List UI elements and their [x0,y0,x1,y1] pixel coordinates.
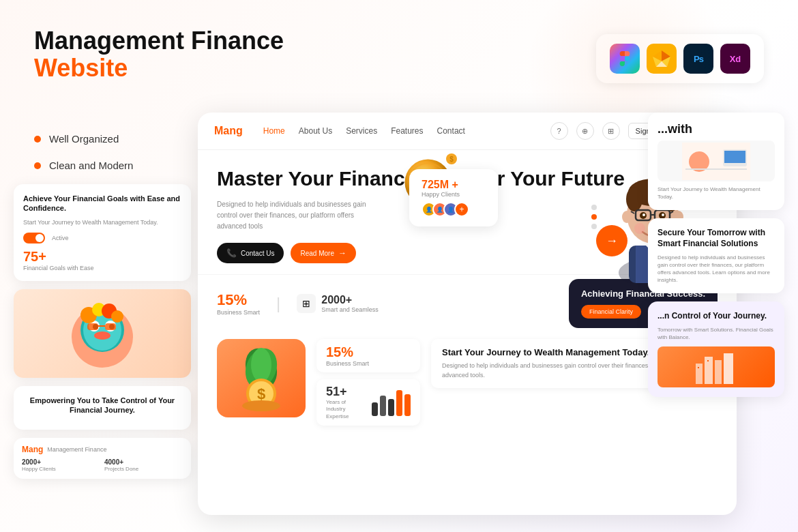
bar-2 [380,396,386,416]
dots-indicator [591,205,597,229]
svg-point-56 [242,400,280,411]
left-mockups: Achieve Your Financial Goals with Ease a… [14,184,191,487]
footer-stat-2: 4000+ Projects Done [104,458,183,472]
dot-3 [591,224,597,229]
financial-clarity-button[interactable]: Financial Clarity [581,305,641,319]
mini-sub: Management Finance [47,446,106,453]
stat-block-2: ⊞ 2000+ Smart and Seamless [297,294,379,313]
svg-text:$: $ [257,385,265,402]
toggle-label: Active [52,235,69,241]
main-title: Management Finance [34,27,284,55]
nav-home[interactable]: Home [263,126,285,136]
svg-rect-67 [698,367,699,368]
right-card-title-1: ...with [657,122,775,136]
business-label: Business Smart [326,360,411,367]
footer-stat-1: 2000+ Happy Clients [22,458,100,472]
right-card-title-3: ...n Control of Your Journey. [657,311,775,322]
svg-text:$: $ [449,156,454,163]
svg-point-52 [251,348,271,382]
bar-4-orange [396,390,402,416]
title-block: Management Finance Website [34,27,284,81]
stats-num: 725M + [422,179,486,191]
dollar-plant-svg: $ [227,344,295,413]
business-pct: 15% [326,344,411,360]
svg-point-13 [94,331,110,340]
footer-stat-num: 2000+ [22,458,100,466]
footer-stats-row: 2000+ Happy Clients 4000+ Projects Done [22,458,183,472]
nav-features[interactable]: Features [391,126,423,136]
metric-business: 15% Business Smart [316,339,420,372]
feature-dot [34,162,41,169]
right-card-title-2: Secure Your Tomorrow with Smart Financia… [657,228,775,249]
hero-desc: Designed to help individuals and busines… [217,199,367,232]
right-card-desc-2: Designed to help individuals and busines… [657,254,775,284]
svg-rect-68 [707,360,709,361]
right-card-image-2 [657,346,775,387]
sketch-icon [647,44,677,74]
footer-stat-label: Projects Done [104,466,183,472]
mini-desk-svg [682,143,750,180]
nav-services[interactable]: Services [346,126,377,136]
dot-1 [591,205,597,210]
help-icon[interactable]: ? [550,122,568,140]
avatar-add: + [454,202,469,217]
toggle-switch[interactable] [23,233,45,243]
globe-icon[interactable]: ⊕ [576,122,594,140]
xd-icon: Xd [720,44,750,74]
left-empowering-card: Empowering You to Take Control of Your F… [14,386,191,430]
stats-card: 725M + Happy Clients 👤 👤 👤 + [409,169,498,226]
bar-3 [388,399,394,416]
stat-icon: ⊞ [297,294,316,313]
bar-5-orange [404,394,411,416]
right-card-image-1 [657,141,775,181]
svg-rect-65 [715,360,722,384]
left-card-sub: Start Your Journey to Wealth Management … [23,219,181,226]
read-more-button[interactable]: Read More → [291,243,355,263]
left-art-card [14,289,191,378]
grid-icon[interactable]: ⊞ [602,122,620,140]
footer-stat-label: Happy Clients [22,466,100,472]
stat-divider: | [276,294,280,313]
header: Management Finance Website Ps Xd [0,0,798,97]
right-mockups: ...with Start Your Journey to Wealth Man… [648,113,784,405]
left-card-1: Achieve Your Financial Goals with Ease a… [14,184,191,281]
right-card-desc-3: Tomorrow with Smart Solutions. Financial… [657,326,775,341]
city-svg [692,350,740,384]
nav-contact[interactable]: Contact [437,126,465,136]
svg-point-34 [626,187,642,211]
footer-stat-num: 4000+ [104,458,183,466]
nav-about[interactable]: About Us [299,126,332,136]
svg-point-43 [642,213,645,216]
sub-title: Website [34,55,284,82]
svg-rect-19 [105,323,116,330]
stat-label-2: Smart and Seamless [321,306,379,313]
stat-label-1: Business Smart [217,309,260,316]
left-card-title: Achieve Your Financial Goals with Ease a… [23,194,181,213]
svg-point-48 [622,211,632,223]
feature-item: Well Organized [34,133,133,145]
metrics-col: 15% Business Smart 51+ Years of Industry… [316,339,420,426]
feature-label: Well Organized [49,133,119,145]
contact-button[interactable]: 📞 Contact Us [217,243,284,263]
right-card-2: Secure Your Tomorrow with Smart Financia… [648,218,784,293]
main-bg: Management Finance Website Ps Xd Well Or… [0,0,798,532]
feature-item: Clean and Modern [34,160,133,171]
bar-1 [372,402,378,416]
small-coin: $ [445,153,458,165]
svg-rect-61 [685,168,747,170]
mini-logo: Mang [22,445,43,454]
toggle-row: Active [23,233,181,243]
stat-block-1: 15% Business Smart [217,291,260,316]
mockup-logo: Mang [214,125,243,137]
bars-chart [372,389,411,416]
svg-rect-66 [724,353,733,384]
svg-rect-59 [724,151,745,163]
figma-icon [610,44,640,74]
stat-num-1: 15% [217,291,260,309]
tool-icons-container: Ps Xd [596,34,764,83]
metric-years: 51+ Years of Industry Expertise [316,379,420,426]
svg-rect-63 [696,364,703,384]
stats-label: Happy Clients [422,191,486,198]
art-svg [61,296,143,371]
stat-num-2: 2000+ [321,294,379,306]
